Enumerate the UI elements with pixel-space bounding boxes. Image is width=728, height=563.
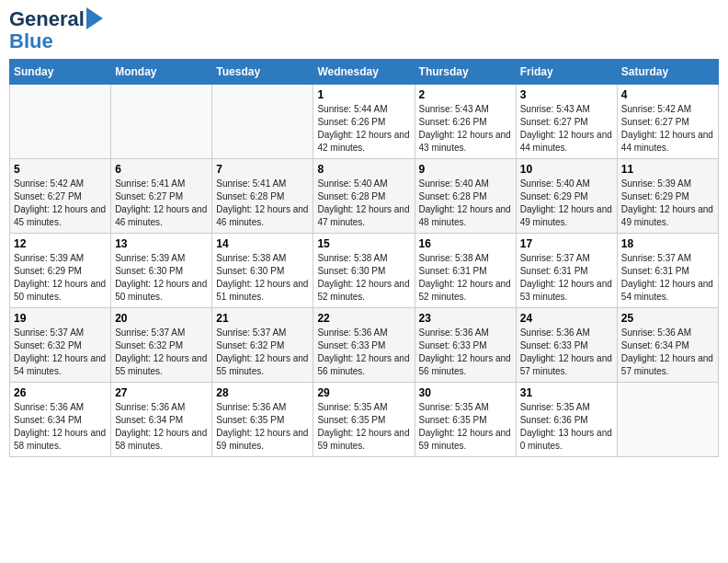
- logo-text-general: General: [9, 9, 85, 29]
- calendar-table: SundayMondayTuesdayWednesdayThursdayFrid…: [9, 59, 719, 457]
- day-detail: Sunrise: 5:43 AM Sunset: 6:26 PM Dayligh…: [419, 103, 512, 155]
- calendar-week-row: 12Sunrise: 5:39 AM Sunset: 6:29 PM Dayli…: [10, 234, 719, 308]
- calendar-week-row: 5Sunrise: 5:42 AM Sunset: 6:27 PM Daylig…: [10, 159, 719, 234]
- day-number: 10: [520, 163, 613, 176]
- day-detail: Sunrise: 5:35 AM Sunset: 6:35 PM Dayligh…: [419, 401, 512, 453]
- day-number: 24: [520, 312, 613, 325]
- day-number: 16: [419, 237, 512, 250]
- day-detail: Sunrise: 5:36 AM Sunset: 6:33 PM Dayligh…: [317, 327, 410, 378]
- day-detail: Sunrise: 5:39 AM Sunset: 6:30 PM Dayligh…: [115, 252, 208, 304]
- day-number: 29: [317, 386, 410, 399]
- calendar-day-cell: 29Sunrise: 5:35 AM Sunset: 6:35 PM Dayli…: [313, 383, 415, 457]
- calendar-week-row: 26Sunrise: 5:36 AM Sunset: 6:34 PM Dayli…: [10, 383, 719, 457]
- day-number: 23: [419, 312, 512, 325]
- day-number: 3: [520, 88, 613, 101]
- day-detail: Sunrise: 5:41 AM Sunset: 6:27 PM Dayligh…: [115, 178, 208, 229]
- calendar-header-sunday: Sunday: [10, 60, 111, 85]
- calendar-day-cell: 14Sunrise: 5:38 AM Sunset: 6:30 PM Dayli…: [212, 234, 313, 308]
- calendar-day-cell: 15Sunrise: 5:38 AM Sunset: 6:30 PM Dayli…: [313, 234, 415, 308]
- day-detail: Sunrise: 5:42 AM Sunset: 6:27 PM Dayligh…: [621, 103, 714, 155]
- day-detail: Sunrise: 5:36 AM Sunset: 6:34 PM Dayligh…: [621, 327, 714, 378]
- logo-arrow-icon: [86, 7, 103, 29]
- day-detail: Sunrise: 5:37 AM Sunset: 6:31 PM Dayligh…: [520, 252, 613, 304]
- calendar-day-cell: 5Sunrise: 5:42 AM Sunset: 6:27 PM Daylig…: [10, 159, 111, 234]
- calendar-day-cell: 11Sunrise: 5:39 AM Sunset: 6:29 PM Dayli…: [617, 159, 718, 234]
- calendar-day-cell: 20Sunrise: 5:37 AM Sunset: 6:32 PM Dayli…: [111, 308, 212, 383]
- calendar-day-cell: 9Sunrise: 5:40 AM Sunset: 6:28 PM Daylig…: [415, 159, 516, 234]
- day-number: 20: [115, 312, 208, 325]
- day-number: 15: [317, 237, 410, 250]
- calendar-day-cell: 1Sunrise: 5:44 AM Sunset: 6:26 PM Daylig…: [313, 85, 415, 159]
- calendar-header-saturday: Saturday: [617, 60, 718, 85]
- day-number: 25: [621, 312, 714, 325]
- calendar-day-cell: 28Sunrise: 5:36 AM Sunset: 6:35 PM Dayli…: [212, 383, 313, 457]
- day-number: 5: [14, 163, 107, 176]
- calendar-day-cell: [212, 85, 313, 159]
- day-number: 14: [216, 237, 309, 250]
- calendar-day-cell: 30Sunrise: 5:35 AM Sunset: 6:35 PM Dayli…: [415, 383, 516, 457]
- calendar-day-cell: [111, 85, 212, 159]
- calendar-header-friday: Friday: [516, 60, 617, 85]
- day-number: 17: [520, 237, 613, 250]
- day-number: 13: [115, 237, 208, 250]
- day-detail: Sunrise: 5:35 AM Sunset: 6:35 PM Dayligh…: [317, 401, 410, 453]
- day-detail: Sunrise: 5:38 AM Sunset: 6:31 PM Dayligh…: [419, 252, 512, 304]
- day-number: 30: [419, 386, 512, 399]
- calendar-day-cell: 18Sunrise: 5:37 AM Sunset: 6:31 PM Dayli…: [617, 234, 718, 308]
- day-number: 19: [14, 312, 107, 325]
- calendar-day-cell: 26Sunrise: 5:36 AM Sunset: 6:34 PM Dayli…: [10, 383, 111, 457]
- calendar-day-cell: [10, 85, 111, 159]
- day-detail: Sunrise: 5:43 AM Sunset: 6:27 PM Dayligh…: [520, 103, 613, 155]
- day-detail: Sunrise: 5:40 AM Sunset: 6:29 PM Dayligh…: [520, 178, 613, 229]
- calendar-day-cell: 10Sunrise: 5:40 AM Sunset: 6:29 PM Dayli…: [516, 159, 617, 234]
- calendar-week-row: 19Sunrise: 5:37 AM Sunset: 6:32 PM Dayli…: [10, 308, 719, 383]
- calendar-week-row: 1Sunrise: 5:44 AM Sunset: 6:26 PM Daylig…: [10, 85, 719, 159]
- day-number: 28: [216, 386, 309, 399]
- calendar-day-cell: 16Sunrise: 5:38 AM Sunset: 6:31 PM Dayli…: [415, 234, 516, 308]
- calendar-header-monday: Monday: [111, 60, 212, 85]
- calendar-day-cell: 27Sunrise: 5:36 AM Sunset: 6:34 PM Dayli…: [111, 383, 212, 457]
- day-detail: Sunrise: 5:36 AM Sunset: 6:33 PM Dayligh…: [520, 327, 613, 378]
- day-detail: Sunrise: 5:44 AM Sunset: 6:26 PM Dayligh…: [317, 103, 410, 155]
- calendar-day-cell: 25Sunrise: 5:36 AM Sunset: 6:34 PM Dayli…: [617, 308, 718, 383]
- day-detail: Sunrise: 5:41 AM Sunset: 6:28 PM Dayligh…: [216, 178, 309, 229]
- calendar-day-cell: 6Sunrise: 5:41 AM Sunset: 6:27 PM Daylig…: [111, 159, 212, 234]
- day-detail: Sunrise: 5:38 AM Sunset: 6:30 PM Dayligh…: [317, 252, 410, 304]
- day-number: 6: [115, 163, 208, 176]
- calendar-day-cell: 19Sunrise: 5:37 AM Sunset: 6:32 PM Dayli…: [10, 308, 111, 383]
- calendar-header-row: SundayMondayTuesdayWednesdayThursdayFrid…: [10, 60, 719, 85]
- logo: General Blue: [9, 9, 103, 52]
- day-number: 18: [621, 237, 714, 250]
- calendar-day-cell: 2Sunrise: 5:43 AM Sunset: 6:26 PM Daylig…: [415, 85, 516, 159]
- calendar-day-cell: 8Sunrise: 5:40 AM Sunset: 6:28 PM Daylig…: [313, 159, 415, 234]
- day-number: 2: [419, 88, 512, 101]
- day-detail: Sunrise: 5:38 AM Sunset: 6:30 PM Dayligh…: [216, 252, 309, 304]
- day-detail: Sunrise: 5:39 AM Sunset: 6:29 PM Dayligh…: [14, 252, 107, 304]
- day-number: 4: [621, 88, 714, 101]
- calendar-body: 1Sunrise: 5:44 AM Sunset: 6:26 PM Daylig…: [10, 85, 719, 457]
- day-detail: Sunrise: 5:37 AM Sunset: 6:32 PM Dayligh…: [14, 327, 107, 378]
- calendar-day-cell: 4Sunrise: 5:42 AM Sunset: 6:27 PM Daylig…: [617, 85, 718, 159]
- calendar-day-cell: 23Sunrise: 5:36 AM Sunset: 6:33 PM Dayli…: [415, 308, 516, 383]
- calendar-day-cell: 7Sunrise: 5:41 AM Sunset: 6:28 PM Daylig…: [212, 159, 313, 234]
- day-number: 7: [216, 163, 309, 176]
- calendar-day-cell: 24Sunrise: 5:36 AM Sunset: 6:33 PM Dayli…: [516, 308, 617, 383]
- calendar-day-cell: 31Sunrise: 5:35 AM Sunset: 6:36 PM Dayli…: [516, 383, 617, 457]
- day-number: 8: [317, 163, 410, 176]
- calendar-day-cell: 12Sunrise: 5:39 AM Sunset: 6:29 PM Dayli…: [10, 234, 111, 308]
- day-number: 26: [14, 386, 107, 399]
- day-detail: Sunrise: 5:39 AM Sunset: 6:29 PM Dayligh…: [621, 178, 714, 229]
- day-number: 11: [621, 163, 714, 176]
- day-number: 31: [520, 386, 613, 399]
- day-number: 1: [317, 88, 410, 101]
- day-number: 9: [419, 163, 512, 176]
- day-detail: Sunrise: 5:37 AM Sunset: 6:32 PM Dayligh…: [216, 327, 309, 378]
- logo-text-blue: Blue: [9, 31, 53, 52]
- calendar-header-tuesday: Tuesday: [212, 60, 313, 85]
- calendar-header-thursday: Thursday: [415, 60, 516, 85]
- calendar-day-cell: 13Sunrise: 5:39 AM Sunset: 6:30 PM Dayli…: [111, 234, 212, 308]
- day-detail: Sunrise: 5:36 AM Sunset: 6:34 PM Dayligh…: [115, 401, 208, 453]
- day-detail: Sunrise: 5:42 AM Sunset: 6:27 PM Dayligh…: [14, 178, 107, 229]
- day-detail: Sunrise: 5:40 AM Sunset: 6:28 PM Dayligh…: [317, 178, 410, 229]
- calendar-day-cell: 21Sunrise: 5:37 AM Sunset: 6:32 PM Dayli…: [212, 308, 313, 383]
